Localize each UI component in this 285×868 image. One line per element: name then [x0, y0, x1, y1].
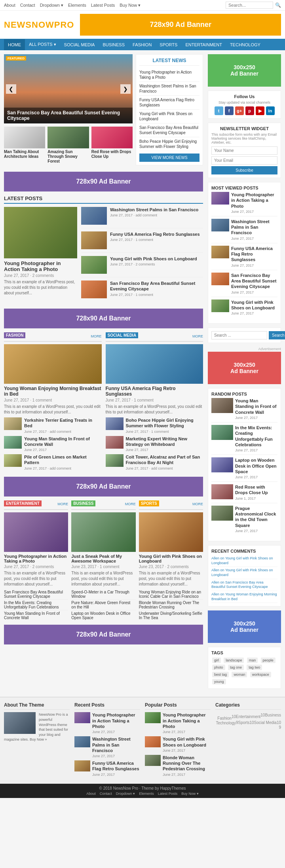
googleplus-icon[interactable]: g+ — [235, 106, 244, 115]
search-icon[interactable]: 🔍 — [275, 2, 281, 8]
footer-nav-elements[interactable]: Elements — [139, 792, 154, 796]
latest-news-item-5[interactable]: San Francisco Bay Area Beautiful Sunset … — [139, 123, 200, 137]
nav-sports[interactable]: SPORTS — [156, 39, 181, 50]
footer-nav-about[interactable]: About — [86, 792, 96, 796]
featured-title[interactable]: Young Photographer in Action Taking a Ph… — [4, 260, 77, 272]
tag-people[interactable]: people — [261, 658, 276, 663]
nav-about[interactable]: About — [4, 3, 15, 8]
mv-item-2[interactable]: Washington Street Palms in San Francisco… — [211, 219, 277, 243]
fashion-more[interactable]: MORE — [91, 334, 102, 338]
footer-nav-dropdown[interactable]: Dropdown ▾ — [116, 792, 135, 796]
rp-item-1[interactable]: Young Man Standing in Front of Concrete … — [211, 398, 277, 423]
spo-sp-3[interactable]: Underwater Diving/Snorkeling Selfie In T… — [139, 610, 203, 621]
lp-item-2[interactable]: Funny USA America Flag Retro SunglassesJ… — [81, 231, 203, 253]
fashion-small-1[interactable]: Yorkshire Terrier Eating Treats in BedJu… — [4, 417, 102, 434]
biz-featured-title[interactable]: Just a Sneak Peak of My Awesome Workspac… — [71, 554, 135, 563]
ent-sp-3[interactable]: Young Man Standing In Front of Concrete … — [4, 610, 68, 621]
social-small-1[interactable]: Boho Peace Hippie Girl Enjoying Summer w… — [106, 417, 203, 434]
tag-best[interactable]: best tag — [212, 672, 229, 677]
spo-more[interactable]: MORE — [192, 502, 203, 506]
mv-item-5[interactable]: Young Girl with Pink Shoes on LongboardJ… — [211, 299, 277, 318]
footer-recent-3[interactable]: Funny USA America Flag Retro SunglassesJ… — [74, 760, 140, 777]
social-featured-title[interactable]: Funny USA America Flag Retro Sunglasses — [106, 386, 203, 397]
ent-featured-title[interactable]: Young Photographer in Action Taking a Ph… — [4, 554, 68, 563]
facebook-icon[interactable]: f — [225, 106, 234, 115]
nav-business[interactable]: BUSINESS — [99, 39, 129, 50]
nav-entertainment[interactable]: ENTERTAINMENT — [181, 39, 226, 50]
nav-latest-posts[interactable]: Latest Posts — [91, 3, 115, 8]
social-small-3[interactable]: Coit Tower, Alcatraz and Part of San Fra… — [106, 454, 203, 470]
biz-more[interactable]: MORE — [125, 502, 136, 506]
tag-workspace[interactable]: workspace — [250, 672, 271, 677]
footer-recent-1[interactable]: Young Photographer in Action Taking a Ph… — [74, 712, 140, 734]
nav-buy-now[interactable]: Buy Now ▾ — [120, 3, 141, 8]
tag-woman[interactable]: woman — [232, 672, 247, 677]
youtube-icon[interactable]: ▶ — [256, 106, 264, 115]
tag-one[interactable]: tag one — [228, 665, 244, 670]
mv-item-4[interactable]: San Francisco Bay Area Beautiful Sunset … — [211, 273, 277, 297]
latest-news-item-3[interactable]: Funny USA America Flag Retro Sunglasses — [139, 96, 200, 110]
latest-news-item-4[interactable]: Young Girl with Pink Shoes on Longboard — [139, 110, 200, 123]
sidebar-search-button[interactable]: Search — [269, 331, 285, 339]
fashion-featured-title[interactable]: Young Woman Enjoying Morning Breakfast i… — [4, 386, 102, 397]
rp-item-4[interactable]: Red Rose with Drops Close UpJune 1, 2017 — [211, 484, 277, 503]
spo-sp-2[interactable]: Blonde Woman Running Over The Pedestrian… — [139, 600, 203, 610]
lp-item-4[interactable]: San Francisco Bay Area Beautiful Sunset … — [81, 280, 203, 301]
nav-technology[interactable]: TECHNOLOGY — [226, 39, 264, 50]
nav-home[interactable]: HOME — [4, 39, 25, 50]
nav-contact[interactable]: Contact — [20, 3, 35, 8]
social-more[interactable]: MORE — [192, 334, 203, 338]
hero-arrow-left[interactable]: ❮ — [6, 84, 16, 94]
nav-dropdown[interactable]: Dropdown ▾ — [40, 3, 63, 8]
rp-item-2[interactable]: In the Mix Events: Creating Unforgettabl… — [211, 425, 277, 455]
ent-more[interactable]: MORE — [57, 502, 68, 506]
biz-sp-1[interactable]: Speed-O-Meter in a Car Through Window — [71, 589, 135, 600]
view-more-news[interactable]: VIEW MORE NEWS — [139, 154, 200, 162]
twitter-icon[interactable]: t — [215, 106, 223, 115]
thumb-1[interactable]: Man Talking About Architecture Ideas — [4, 127, 45, 164]
newsletter-email-input[interactable] — [211, 156, 277, 165]
search-input[interactable] — [226, 2, 273, 9]
linkedin-icon[interactable]: in — [266, 106, 275, 115]
biz-sp-2[interactable]: Pure Nature: Above Green Forest on the H… — [71, 600, 135, 610]
hero-arrow-right[interactable]: ❯ — [120, 84, 131, 94]
thumb-3[interactable]: Red Rose with Drops Close Up — [91, 127, 133, 164]
thumb-2[interactable]: Amazing Sun Through Snowy Forest — [48, 127, 89, 164]
ent-sp-1[interactable]: San Francisco Bay Area Beautiful Sunset … — [4, 589, 68, 600]
footer-popular-1[interactable]: Young Photographer in Action Taking a Ph… — [145, 712, 211, 734]
latest-news-item-2[interactable]: Washington Street Palms in San Francisco — [139, 82, 200, 96]
biz-sp-3[interactable]: Laptop on Wooden Desk in Office Open Spa… — [71, 610, 135, 621]
nav-social-media[interactable]: SOCIAL MEDIA — [60, 39, 99, 50]
latest-news-item-1[interactable]: Young Photographer in Action Taking a Ph… — [139, 68, 200, 82]
mv-item-1[interactable]: Young Photographer in Action Taking a Ph… — [211, 192, 277, 216]
nav-all-posts[interactable]: ALL POSTS ▾ — [25, 39, 60, 50]
nav-fashion[interactable]: FASHION — [129, 39, 156, 50]
tag-young[interactable]: young — [212, 679, 226, 684]
fashion-small-2[interactable]: Young Man Standing In Front of Concrete … — [4, 436, 102, 452]
pinterest-icon[interactable]: p — [245, 106, 254, 115]
fashion-small-3[interactable]: Pile of Green Limes on Market PatternJun… — [4, 454, 102, 470]
mv-item-3[interactable]: Funny USA America Flag Retro SunglassesJ… — [211, 246, 277, 270]
ent-sp-2[interactable]: In the Mix Events: Creating Unforgettabl… — [4, 600, 68, 610]
rp-item-5[interactable]: Prague Astronomical Clock in the Old Tow… — [211, 506, 277, 535]
tag-girl[interactable]: girl — [212, 658, 221, 663]
spo-featured-title[interactable]: Young Girl with Pink Shoes on Longboard — [139, 554, 203, 563]
newsletter-subscribe-button[interactable]: Subscribe — [211, 166, 277, 174]
lp-item-1[interactable]: Washington Street Palms in San Francisco… — [81, 207, 203, 228]
footer-popular-3[interactable]: Blonde Woman Running Over The Pedestrian… — [145, 755, 211, 777]
newsletter-name-input[interactable] — [211, 146, 277, 155]
footer-nav-contact[interactable]: Contact — [100, 792, 112, 796]
footer-popular-2[interactable]: Young Girl with Pink Shoes on LongboardJ… — [145, 736, 211, 752]
footer-nav-latest[interactable]: Latest Posts — [158, 792, 178, 796]
lp-item-3[interactable]: Young Girl with Pink Shoes on LongboardJ… — [81, 256, 203, 277]
latest-news-item-6[interactable]: Boho Peace Hippie Girl Enjoying Summer w… — [139, 137, 200, 151]
social-small-2[interactable]: Marketing Expert Writing New Strategy on… — [106, 436, 203, 452]
footer-recent-2[interactable]: Washington Street Palms in San Francisco… — [74, 736, 140, 758]
tag-man[interactable]: man — [247, 658, 258, 663]
rp-item-3[interactable]: Laptop on Wooden Desk in Office Open Spa… — [211, 457, 277, 482]
spo-sp-1[interactable]: Young Woman Enjoying Ride on an Iconic C… — [139, 589, 203, 600]
tag-two[interactable]: tag two — [247, 665, 262, 670]
tag-photo[interactable]: photo — [212, 665, 225, 670]
tag-landscape[interactable]: landscape — [224, 658, 244, 663]
sidebar-search-input[interactable] — [211, 331, 267, 339]
